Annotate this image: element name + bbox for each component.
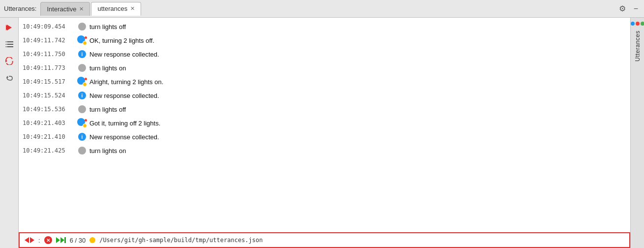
log-list[interactable]: 10:49:09.454 turn lights off 10:49:11.74… [19, 18, 630, 232]
log-row: 10:49:21.403 Got it, turning off 2 light… [19, 116, 630, 130]
tab-interactive[interactable]: Interactive ✕ [40, 2, 90, 16]
log-message: turn lights on [89, 147, 626, 155]
tab-bar-label: Utterances: [4, 5, 36, 12]
svg-rect-5 [5, 41, 7, 42]
log-message: New response collected. [89, 92, 626, 99]
status-stop-button[interactable]: ✕ [44, 236, 52, 244]
right-sidebar-label[interactable]: Utterances [634, 31, 641, 62]
assistant-icon [77, 118, 88, 128]
status-count: 6 / 30 [70, 237, 86, 244]
right-sidebar: Utterances [630, 18, 644, 248]
info-icon: i [77, 131, 88, 142]
assistant-icon [77, 76, 88, 87]
gear-button[interactable]: ⚙ [617, 3, 628, 14]
log-row: 10:49:11.742 OK, turning 2 lights off. [19, 33, 630, 47]
status-dot-yellow [89, 237, 95, 243]
log-timestamp: 10:49:11.750 [23, 51, 77, 58]
log-row: 10:49:21.410 i New response collected. [19, 130, 630, 144]
svg-marker-10 [60, 237, 64, 243]
log-message: Got it, turning off 2 lights. [89, 120, 626, 127]
left-sidebar [0, 18, 19, 248]
log-message: New response collected. [89, 51, 626, 58]
status-path: /Users/git/gh-sample/build/tmp/utterance… [99, 237, 263, 244]
user-icon [77, 145, 88, 156]
user-icon [77, 104, 88, 115]
svg-rect-6 [5, 44, 7, 45]
dot-red-icon [636, 22, 640, 26]
status-bar: : ✕ 6 / 30 /Users/git/gh-sample/build/tm… [19, 232, 630, 248]
dot-green-icon [641, 22, 644, 26]
sidebar-play-icon[interactable] [3, 22, 15, 33]
tab-utterances-label: utterances [97, 5, 127, 12]
right-icon-cluster [631, 22, 644, 26]
user-icon [77, 62, 88, 73]
log-timestamp: 10:49:21.410 [23, 133, 77, 140]
log-row: 10:49:15.524 i New response collected. [19, 89, 630, 102]
log-timestamp: 10:49:09.454 [23, 23, 77, 30]
sidebar-undo-icon[interactable] [3, 72, 15, 84]
tab-utterances[interactable]: utterances ✕ [91, 2, 141, 16]
log-row: 10:49:09.454 turn lights off [19, 20, 630, 33]
dot-blue-icon [631, 22, 635, 26]
tab-actions: ⚙ − [617, 3, 640, 14]
svg-marker-9 [56, 237, 60, 243]
content-panel: 10:49:09.454 turn lights off 10:49:11.74… [19, 18, 630, 248]
log-timestamp: 10:49:11.773 [23, 64, 77, 71]
log-row: 10:49:15.517 Alright, turning 2 lights o… [19, 75, 630, 89]
assistant-icon [77, 35, 88, 46]
arrow-left-icon [25, 237, 29, 243]
log-timestamp: 10:49:15.517 [23, 78, 77, 85]
info-icon: i [77, 90, 88, 101]
log-timestamp: 10:49:21.425 [23, 147, 77, 154]
log-message: turn lights on [89, 64, 626, 72]
user-icon [77, 21, 88, 32]
minimize-button[interactable]: − [632, 3, 640, 14]
svg-rect-7 [5, 46, 7, 47]
log-timestamp: 10:49:21.403 [23, 120, 77, 126]
log-message: New response collected. [89, 133, 626, 141]
log-row: 10:49:11.750 i New response collected. [19, 47, 630, 61]
info-icon: i [77, 49, 88, 60]
log-row: 10:49:15.536 turn lights off [19, 102, 630, 116]
tab-interactive-label: Interactive [47, 5, 76, 13]
log-message: OK, turning 2 lights off. [89, 37, 626, 44]
log-row: 10:49:21.425 turn lights on [19, 144, 630, 157]
tab-utterances-close[interactable]: ✕ [130, 6, 135, 11]
arrow-right-icon [30, 237, 34, 243]
status-colon: : [38, 237, 40, 244]
log-timestamp: 10:49:15.536 [23, 106, 77, 113]
svg-rect-11 [64, 237, 66, 243]
sidebar-refresh-icon[interactable] [3, 55, 15, 67]
status-play-back-icon[interactable] [25, 237, 34, 243]
log-row: 10:49:11.773 turn lights on [19, 61, 630, 75]
status-fast-forward-button[interactable] [56, 237, 66, 244]
tab-interactive-close[interactable]: ✕ [79, 6, 84, 12]
log-timestamp: 10:49:11.742 [23, 37, 77, 44]
log-timestamp: 10:49:15.524 [23, 92, 77, 99]
log-message: Alright, turning 2 lights on. [89, 78, 626, 86]
sidebar-list-icon[interactable] [3, 38, 15, 50]
log-message: turn lights off [89, 23, 626, 31]
main-area: 10:49:09.454 turn lights off 10:49:11.74… [0, 18, 644, 248]
tab-bar: Utterances: Interactive ✕ utterances ✕ ⚙… [0, 0, 644, 18]
log-message: turn lights off [89, 106, 626, 113]
